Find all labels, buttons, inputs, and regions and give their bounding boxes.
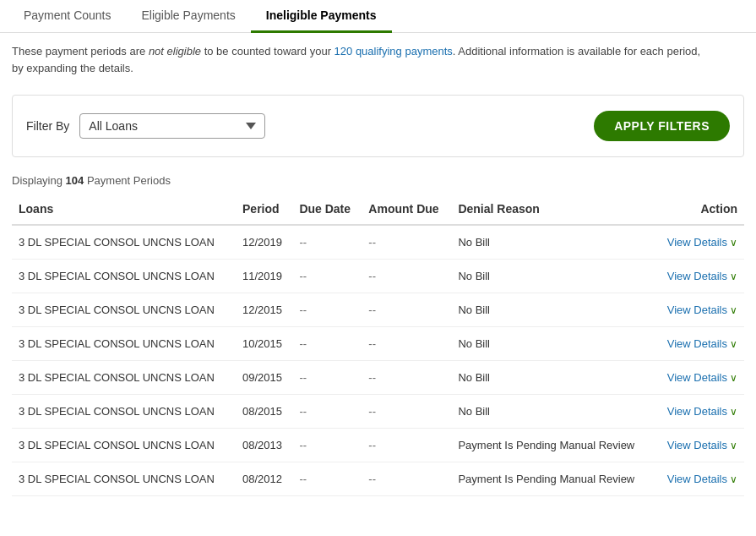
view-details-link[interactable]: View Details∨ — [661, 371, 737, 384]
cell-period: 08/2015 — [236, 395, 292, 429]
displaying-suffix: Payment Periods — [84, 174, 171, 187]
table-container: Loans Period Due Date Amount Due Denial … — [0, 194, 756, 496]
displaying-prefix: Displaying — [12, 174, 66, 187]
cell-loans: 3 DL SPECIAL CONSOL UNCNS LOAN — [12, 293, 236, 327]
tab-ineligible-payments[interactable]: Ineligible Payments — [251, 0, 392, 33]
cell-period: 12/2019 — [236, 225, 292, 260]
cell-loans: 3 DL SPECIAL CONSOL UNCNS LOAN — [12, 327, 236, 361]
view-details-link[interactable]: View Details∨ — [661, 304, 737, 316]
table-row: 3 DL SPECIAL CONSOL UNCNS LOAN12/2015---… — [12, 293, 744, 327]
chevron-down-icon: ∨ — [730, 338, 737, 350]
cell-denial-reason: No Bill — [451, 260, 654, 293]
cell-period: 08/2013 — [236, 429, 292, 462]
view-details-link[interactable]: View Details∨ — [661, 405, 737, 418]
view-details-text: View Details — [667, 371, 727, 384]
cell-loans: 3 DL SPECIAL CONSOL UNCNS LOAN — [12, 361, 236, 395]
col-header-amount-due: Amount Due — [362, 194, 451, 225]
cell-due-date: -- — [292, 361, 362, 395]
cell-period: 12/2015 — [236, 293, 292, 327]
displaying-count: 104 — [66, 174, 84, 187]
chevron-down-icon: ∨ — [730, 237, 737, 249]
tab-payment-counts[interactable]: Payment Counts — [8, 0, 127, 33]
table-row: 3 DL SPECIAL CONSOL UNCNS LOAN10/2015---… — [12, 327, 744, 361]
desc-link: 120 qualifying payments — [334, 45, 453, 57]
cell-period: 11/2019 — [236, 260, 292, 293]
cell-action: View Details∨ — [655, 395, 744, 429]
cell-amount-due: -- — [362, 327, 451, 361]
cell-due-date: -- — [292, 293, 362, 327]
view-details-text: View Details — [667, 236, 727, 249]
cell-denial-reason: No Bill — [451, 327, 654, 361]
view-details-text: View Details — [667, 439, 727, 451]
cell-denial-reason: No Bill — [451, 225, 654, 260]
apply-filters-button[interactable]: APPLY FILTERS — [594, 111, 730, 141]
cell-due-date: -- — [292, 260, 362, 293]
cell-action: View Details∨ — [655, 260, 744, 293]
cell-amount-due: -- — [362, 429, 451, 462]
chevron-down-icon: ∨ — [730, 372, 737, 384]
view-details-text: View Details — [667, 473, 727, 485]
view-details-link[interactable]: View Details∨ — [661, 236, 737, 249]
filter-select[interactable]: All Loans — [79, 113, 265, 139]
cell-period: 09/2015 — [236, 361, 292, 395]
filter-section: Filter By All Loans APPLY FILTERS — [12, 95, 744, 157]
cell-amount-due: -- — [362, 361, 451, 395]
desc-text1: These payment periods are — [12, 45, 149, 57]
cell-amount-due: -- — [362, 225, 451, 260]
cell-due-date: -- — [292, 395, 362, 429]
cell-due-date: -- — [292, 429, 362, 462]
displaying-text: Displaying 104 Payment Periods — [0, 166, 756, 194]
col-header-period: Period — [236, 194, 292, 225]
table-row: 3 DL SPECIAL CONSOL UNCNS LOAN08/2013---… — [12, 429, 744, 462]
col-header-loans: Loans — [12, 194, 236, 225]
cell-loans: 3 DL SPECIAL CONSOL UNCNS LOAN — [12, 429, 236, 462]
ineligible-payments-table: Loans Period Due Date Amount Due Denial … — [12, 194, 744, 496]
cell-amount-due: -- — [362, 462, 451, 496]
view-details-link[interactable]: View Details∨ — [661, 337, 737, 350]
col-header-action: Action — [655, 194, 744, 225]
cell-loans: 3 DL SPECIAL CONSOL UNCNS LOAN — [12, 225, 236, 260]
table-row: 3 DL SPECIAL CONSOL UNCNS LOAN12/2019---… — [12, 225, 744, 260]
chevron-down-icon: ∨ — [730, 406, 737, 418]
cell-amount-due: -- — [362, 260, 451, 293]
cell-action: View Details∨ — [655, 361, 744, 395]
table-row: 3 DL SPECIAL CONSOL UNCNS LOAN11/2019---… — [12, 260, 744, 293]
cell-loans: 3 DL SPECIAL CONSOL UNCNS LOAN — [12, 260, 236, 293]
view-details-text: View Details — [667, 304, 727, 316]
cell-action: View Details∨ — [655, 462, 744, 496]
table-row: 3 DL SPECIAL CONSOL UNCNS LOAN08/2015---… — [12, 395, 744, 429]
cell-loans: 3 DL SPECIAL CONSOL UNCNS LOAN — [12, 395, 236, 429]
col-header-due-date: Due Date — [292, 194, 362, 225]
cell-loans: 3 DL SPECIAL CONSOL UNCNS LOAN — [12, 462, 236, 496]
cell-denial-reason: No Bill — [451, 361, 654, 395]
desc-text6: by expanding the details. — [12, 62, 133, 74]
view-details-text: View Details — [667, 270, 727, 282]
view-details-link[interactable]: View Details∨ — [661, 439, 737, 451]
cell-period: 08/2012 — [236, 462, 292, 496]
cell-denial-reason: Payment Is Pending Manual Review — [451, 462, 654, 496]
tab-eligible-payments[interactable]: Eligible Payments — [127, 0, 251, 33]
cell-denial-reason: Payment Is Pending Manual Review — [451, 429, 654, 462]
view-details-link[interactable]: View Details∨ — [661, 270, 737, 282]
filter-left: Filter By All Loans — [26, 113, 265, 139]
desc-text2: not eligible — [149, 45, 201, 57]
view-details-text: View Details — [667, 405, 727, 418]
table-row: 3 DL SPECIAL CONSOL UNCNS LOAN08/2012---… — [12, 462, 744, 496]
filter-label: Filter By — [26, 119, 69, 133]
desc-text5: . Additional information is available fo… — [453, 45, 700, 57]
cell-amount-due: -- — [362, 293, 451, 327]
col-header-denial-reason: Denial Reason — [451, 194, 654, 225]
description-text: These payment periods are not eligible t… — [0, 33, 756, 86]
cell-denial-reason: No Bill — [451, 395, 654, 429]
cell-due-date: -- — [292, 225, 362, 260]
cell-action: View Details∨ — [655, 225, 744, 260]
cell-due-date: -- — [292, 462, 362, 496]
cell-amount-due: -- — [362, 395, 451, 429]
chevron-down-icon: ∨ — [730, 473, 737, 485]
chevron-down-icon: ∨ — [730, 271, 737, 282]
table-header-row: Loans Period Due Date Amount Due Denial … — [12, 194, 744, 225]
cell-period: 10/2015 — [236, 327, 292, 361]
view-details-link[interactable]: View Details∨ — [661, 473, 737, 485]
cell-denial-reason: No Bill — [451, 293, 654, 327]
cell-action: View Details∨ — [655, 327, 744, 361]
